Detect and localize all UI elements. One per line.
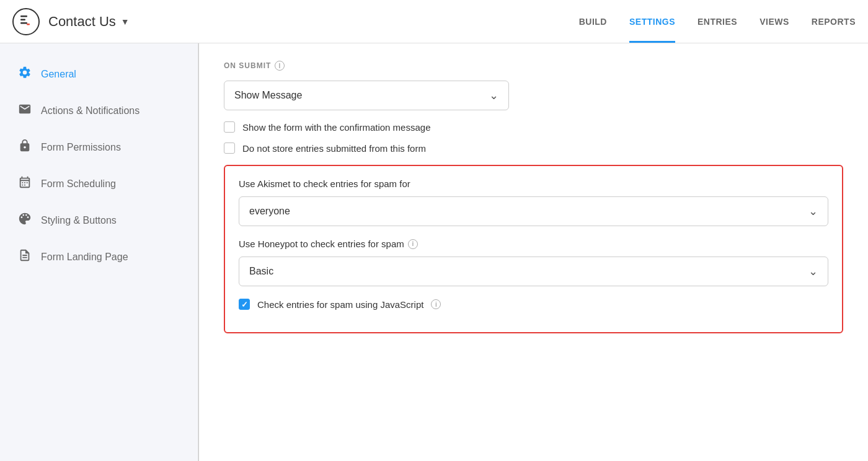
akismet-label: Use Akismet to check entries for spam fo… bbox=[239, 178, 828, 189]
akismet-dropdown[interactable]: everyone ⌄ bbox=[239, 196, 828, 226]
form-title: Contact Us bbox=[48, 14, 116, 30]
on-submit-info-icon[interactable]: i bbox=[275, 61, 285, 71]
nav-item-entries[interactable]: ENTRIES bbox=[698, 0, 737, 43]
sidebar-label-permissions: Form Permissions bbox=[41, 142, 121, 153]
honeypot-dropdown-wrapper: Basic ⌄ bbox=[239, 257, 828, 286]
checkbox-no-store-label: Do not store entries submitted from this… bbox=[242, 143, 426, 154]
nav-item-settings[interactable]: SETTINGS bbox=[629, 0, 675, 43]
submit-dropdown-value: Show Message bbox=[234, 90, 302, 101]
header-nav: BUILDSETTINGSENTRIESVIEWSREPORTS bbox=[579, 0, 856, 43]
logo[interactable] bbox=[12, 8, 40, 35]
nav-item-reports[interactable]: REPORTS bbox=[812, 0, 856, 43]
sidebar-item-scheduling[interactable]: Form Scheduling bbox=[0, 165, 198, 202]
js-spam-info-icon[interactable]: i bbox=[431, 299, 441, 309]
submit-dropdown-arrow: ⌄ bbox=[489, 89, 498, 102]
checkbox-confirmation: Show the form with the confirmation mess… bbox=[224, 121, 843, 133]
akismet-dropdown-value: everyone bbox=[249, 206, 290, 217]
main-content: ON SUBMIT i Show Message ⌄ Show the form… bbox=[199, 43, 868, 461]
header: Contact Us ▼ BUILDSETTINGSENTRIESVIEWSRE… bbox=[0, 0, 868, 43]
calendar-icon bbox=[17, 175, 32, 192]
sidebar-item-styling[interactable]: Styling & Buttons bbox=[0, 202, 198, 239]
svg-rect-3 bbox=[27, 24, 30, 25]
submit-dropdown-wrapper: Show Message ⌄ bbox=[224, 81, 843, 110]
akismet-dropdown-wrapper: everyone ⌄ bbox=[239, 196, 828, 226]
sidebar-item-actions[interactable]: Actions & Notifications bbox=[0, 92, 198, 129]
honeypot-label-row: Use Honeypot to check entries for spam i bbox=[239, 239, 828, 249]
svg-rect-0 bbox=[20, 15, 27, 17]
honeypot-label: Use Honeypot to check entries for spam bbox=[239, 239, 404, 249]
sidebar-item-landing[interactable]: Form Landing Page bbox=[0, 239, 198, 275]
svg-rect-2 bbox=[20, 22, 27, 24]
palette-icon bbox=[17, 212, 32, 229]
sidebar: GeneralActions & NotificationsForm Permi… bbox=[0, 43, 198, 461]
checkbox-confirmation-label: Show the form with the confirmation mess… bbox=[242, 122, 430, 133]
checkbox-confirmation-box[interactable] bbox=[224, 121, 235, 133]
gear-icon bbox=[17, 66, 32, 82]
honeypot-dropdown-value: Basic bbox=[249, 266, 273, 277]
header-title: Contact Us ▼ bbox=[48, 14, 130, 30]
checkbox-no-store: Do not store entries submitted from this… bbox=[224, 143, 843, 154]
layout: GeneralActions & NotificationsForm Permi… bbox=[0, 43, 868, 461]
akismet-dropdown-arrow: ⌄ bbox=[808, 204, 818, 218]
sidebar-label-actions: Actions & Notifications bbox=[41, 105, 140, 116]
document-icon bbox=[17, 248, 32, 265]
checkbox-js-spam: Check entries for spam using JavaScript … bbox=[239, 299, 828, 310]
sidebar-label-styling: Styling & Buttons bbox=[41, 215, 117, 226]
honeypot-dropdown-arrow: ⌄ bbox=[808, 265, 818, 278]
title-dropdown-chevron[interactable]: ▼ bbox=[121, 17, 130, 27]
sidebar-label-scheduling: Form Scheduling bbox=[41, 178, 116, 190]
submit-dropdown[interactable]: Show Message ⌄ bbox=[224, 81, 509, 110]
nav-item-views[interactable]: VIEWS bbox=[760, 0, 789, 43]
logo-text bbox=[19, 12, 33, 30]
on-submit-label: ON SUBMIT i bbox=[224, 61, 843, 71]
sidebar-item-general[interactable]: General bbox=[0, 56, 198, 92]
checkbox-no-store-box[interactable] bbox=[224, 143, 235, 154]
spam-section: Use Akismet to check entries for spam fo… bbox=[224, 165, 843, 333]
checkbox-js-spam-label: Check entries for spam using JavaScript bbox=[257, 299, 423, 310]
honeypot-dropdown[interactable]: Basic ⌄ bbox=[239, 257, 828, 286]
sidebar-label-landing: Form Landing Page bbox=[41, 252, 128, 263]
sidebar-item-permissions[interactable]: Form Permissions bbox=[0, 129, 198, 165]
checkbox-js-spam-box[interactable] bbox=[239, 299, 250, 310]
nav-item-build[interactable]: BUILD bbox=[579, 0, 607, 43]
honeypot-info-icon[interactable]: i bbox=[408, 239, 418, 249]
on-submit-text: ON SUBMIT bbox=[224, 61, 271, 70]
lock-icon bbox=[17, 139, 32, 156]
sidebar-label-general: General bbox=[41, 69, 76, 80]
svg-rect-1 bbox=[20, 19, 25, 21]
envelope-icon bbox=[17, 102, 32, 119]
